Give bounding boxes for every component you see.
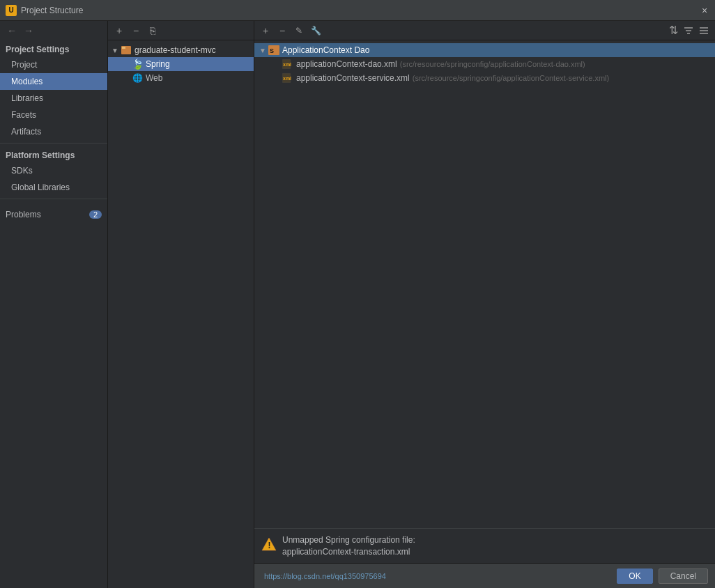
sidebar-item-global-libraries[interactable]: Global Libraries xyxy=(0,179,107,196)
title-bar: U Project Structure × xyxy=(0,0,715,21)
ok-button[interactable]: OK xyxy=(617,568,652,584)
module-tree-panel: + − ⎘ graduate-student-mvc xyxy=(108,21,254,588)
module-label: graduate-student-mvc xyxy=(134,45,216,55)
copy-button[interactable]: ⎘ xyxy=(146,24,160,38)
tree-item-service-xml[interactable]: xml applicationContext-service.xml (src/… xyxy=(254,71,715,85)
arrow-appctx xyxy=(259,46,267,54)
tree-item-spring[interactable]: 🍃 Spring xyxy=(108,57,254,71)
xml-icon-service: xml xyxy=(282,72,293,84)
right-panel: + − ✎ 🔧 ⇅ xyxy=(254,21,715,588)
right-toolbar-right: ⇅ xyxy=(666,24,711,38)
arrow-module xyxy=(111,46,119,54)
tree-item-dao-xml[interactable]: xml applicationContext-dao.xml (src/reso… xyxy=(254,57,715,71)
title-bar-left: U Project Structure xyxy=(6,5,83,16)
right-toolbar: + − ✎ 🔧 ⇅ xyxy=(254,21,715,40)
window-controls: × xyxy=(700,6,709,15)
warning-text: Unmapped Spring configuration file: appl… xyxy=(282,534,415,558)
close-button[interactable]: × xyxy=(700,6,709,15)
appctx-label: ApplicationContext Dao xyxy=(282,45,369,55)
add-button[interactable]: + xyxy=(112,24,126,38)
warning-line1: Unmapped Spring configuration file: xyxy=(282,534,415,546)
tree-root-appctx[interactable]: S ApplicationContext Dao xyxy=(254,43,715,57)
forward-button[interactable]: → xyxy=(22,24,35,38)
spring-icon: 🍃 xyxy=(132,59,143,70)
service-xml-label: applicationContext-service.xml xyxy=(296,73,410,83)
right-tree: S ApplicationContext Dao xml application… xyxy=(254,40,715,528)
module-tree: graduate-student-mvc 🍃 Spring 🌐 Web xyxy=(108,40,254,588)
cancel-button[interactable]: Cancel xyxy=(659,568,708,584)
window-title: Project Structure xyxy=(21,6,83,15)
group-button[interactable] xyxy=(697,24,711,38)
sidebar-item-facets[interactable]: Facets xyxy=(0,107,107,123)
web-icon: 🌐 xyxy=(132,72,143,84)
dao-xml-path: (src/resource/springconfig/applicationCo… xyxy=(400,60,585,68)
service-xml-path: (src/resource/springconfig/applicationCo… xyxy=(413,74,609,82)
problems-badge: 2 xyxy=(89,210,102,219)
xml-icon-dao: xml xyxy=(282,59,293,70)
sidebar-item-problems[interactable]: Problems 2 xyxy=(0,208,107,222)
tree-item-web[interactable]: 🌐 Web xyxy=(108,71,254,85)
warning-bar: ! Unmapped Spring configuration file: ap… xyxy=(254,528,715,563)
right-edit-button[interactable]: ✎ xyxy=(292,24,306,38)
back-button[interactable]: ← xyxy=(6,24,18,38)
right-toolbar-left: + − ✎ 🔧 xyxy=(259,24,323,38)
sidebar-item-project[interactable]: Project xyxy=(0,56,107,73)
right-add-button[interactable]: + xyxy=(259,24,272,38)
svg-text:!: ! xyxy=(268,541,271,550)
module-icon xyxy=(121,45,132,56)
warning-icon: ! xyxy=(261,537,277,555)
platform-settings-header: Platform Settings xyxy=(0,146,107,162)
filter-button[interactable] xyxy=(682,24,695,38)
app-icon: U xyxy=(6,5,17,16)
spring-label: Spring xyxy=(146,59,170,69)
sidebar-item-libraries[interactable]: Libraries xyxy=(0,90,107,107)
sidebar-item-artifacts[interactable]: Artifacts xyxy=(0,123,107,140)
problems-label: Problems xyxy=(6,210,41,219)
appctx-icon: S xyxy=(268,45,279,56)
remove-button[interactable]: − xyxy=(129,24,143,38)
project-settings-header: Project Settings xyxy=(0,40,107,56)
nav-toolbar: ← → xyxy=(0,21,107,40)
module-toolbar-left: + − ⎘ xyxy=(112,24,160,38)
svg-text:xml: xml xyxy=(283,62,291,67)
watermark-url: https://blog.csdn.net/qq1350975694 xyxy=(261,572,611,580)
right-remove-button[interactable]: − xyxy=(275,24,289,38)
svg-text:xml: xml xyxy=(283,76,291,81)
svg-text:S: S xyxy=(270,47,274,54)
sidebar-item-sdks[interactable]: SDKs xyxy=(0,162,107,179)
right-wrench-button[interactable]: 🔧 xyxy=(309,24,323,38)
web-label: Web xyxy=(146,73,162,83)
sidebar-divider xyxy=(0,143,107,144)
warning-line2: applicationContext-transaction.xml xyxy=(282,546,415,558)
bottom-bar: https://blog.csdn.net/qq1350975694 OK Ca… xyxy=(254,563,715,588)
dao-xml-label: applicationContext-dao.xml xyxy=(296,59,397,69)
sidebar-divider2 xyxy=(0,199,107,199)
svg-rect-1 xyxy=(122,47,125,49)
main-layout: ← → Project Settings Project Modules Lib… xyxy=(0,21,715,588)
module-toolbar: + − ⎘ xyxy=(108,21,254,40)
tree-item-module[interactable]: graduate-student-mvc xyxy=(108,43,254,57)
sidebar-item-modules[interactable]: Modules xyxy=(0,73,107,90)
sidebar: ← → Project Settings Project Modules Lib… xyxy=(0,21,108,588)
sort-button[interactable]: ⇅ xyxy=(666,24,680,38)
